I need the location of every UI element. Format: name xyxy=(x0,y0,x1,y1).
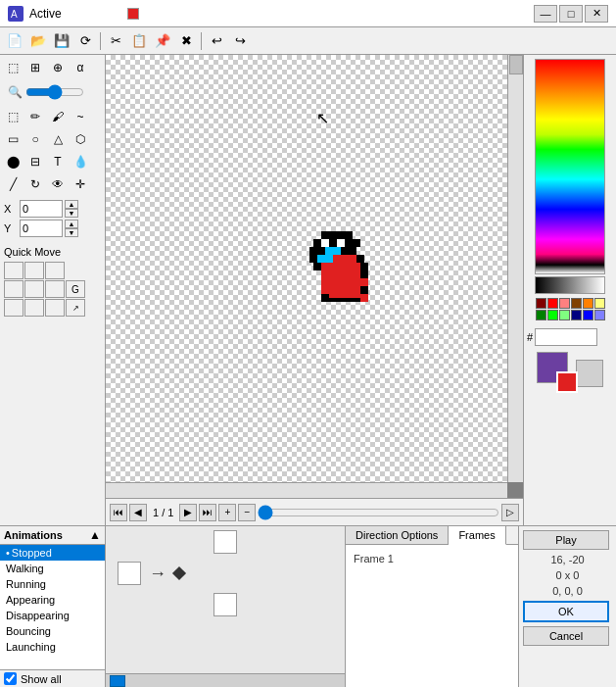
ok-button[interactable]: OK xyxy=(523,601,609,622)
qm-right[interactable] xyxy=(45,280,65,298)
extra-palette[interactable] xyxy=(536,298,605,320)
eyedrop-tool[interactable]: 💧 xyxy=(70,151,91,172)
qm-link[interactable]: ↗ xyxy=(66,299,85,317)
palette-cell[interactable] xyxy=(536,310,546,320)
auto-tool[interactable]: α xyxy=(70,57,91,78)
poly-tool[interactable]: ⬡ xyxy=(70,128,91,150)
frame-slider[interactable] xyxy=(258,506,499,519)
palette-cell[interactable] xyxy=(559,298,570,309)
scrollbar-horizontal[interactable] xyxy=(106,482,507,498)
rotate-tool[interactable]: ↻ xyxy=(24,173,46,195)
select2-tool[interactable]: ⊟ xyxy=(24,151,46,172)
grayscale-strip[interactable] xyxy=(535,276,605,294)
cut-button[interactable]: ✂ xyxy=(105,30,126,52)
cross-tool[interactable]: ✛ xyxy=(70,173,91,195)
palette-cell[interactable] xyxy=(547,298,558,309)
qm-g[interactable]: G xyxy=(66,280,85,298)
frame-strips[interactable]: → xyxy=(106,526,345,673)
tab-direction-options[interactable]: Direction Options xyxy=(346,526,449,544)
line-tool[interactable]: ╱ xyxy=(2,173,24,195)
qm-botright[interactable] xyxy=(45,299,65,317)
zoom-tool[interactable]: 🔍 xyxy=(4,81,25,103)
x-up-button[interactable]: ▲ xyxy=(65,200,78,209)
palette-cell[interactable] xyxy=(571,310,582,320)
animation-item-walking[interactable]: Walking xyxy=(0,561,105,576)
select-grid-tool[interactable]: ⊞ xyxy=(24,57,46,78)
frame-prev-button[interactable]: ◀ xyxy=(129,504,147,521)
paste-button[interactable]: 📌 xyxy=(152,30,173,52)
animation-list-scroll-up[interactable]: ▲ xyxy=(89,528,101,542)
ghost-tool[interactable]: 👁 xyxy=(47,173,69,195)
frame-add-button[interactable]: + xyxy=(218,504,236,521)
cancel-button[interactable]: Cancel xyxy=(523,626,609,646)
copy-button[interactable]: 📋 xyxy=(128,30,150,52)
animation-item-appearing[interactable]: Appearing xyxy=(0,592,105,608)
qm-left[interactable] xyxy=(4,280,24,298)
close-button[interactable]: ✕ xyxy=(585,5,608,23)
zoom-slider[interactable] xyxy=(25,85,84,99)
frame-next-button[interactable]: ▶ xyxy=(179,504,197,521)
animation-item-disappearing[interactable]: Disappearing xyxy=(0,608,105,623)
y-input[interactable]: 0 xyxy=(20,220,63,237)
palette-cell[interactable] xyxy=(571,298,582,309)
frame-remove-button[interactable]: − xyxy=(238,504,256,521)
qm-center[interactable] xyxy=(24,280,44,298)
qm-top[interactable] xyxy=(24,262,44,279)
qm-topleft[interactable] xyxy=(4,262,24,279)
ellipse-tool[interactable]: ○ xyxy=(24,128,46,150)
transform-tool[interactable]: ⊕ xyxy=(47,57,69,78)
animation-item-running[interactable]: Running xyxy=(0,576,105,592)
frame-forward-button[interactable]: ▷ xyxy=(501,504,519,521)
frame-scroll-bar[interactable] xyxy=(106,673,345,687)
palette-cell[interactable] xyxy=(547,310,558,320)
open-button[interactable]: 📂 xyxy=(27,30,49,52)
palette-cell[interactable] xyxy=(583,298,593,309)
scrollbar-vertical[interactable] xyxy=(507,55,523,482)
extra-button[interactable]: ⟳ xyxy=(74,30,96,52)
tab-frames[interactable]: Frames xyxy=(449,526,505,545)
new-button[interactable]: 📄 xyxy=(4,30,25,52)
palette-cell[interactable] xyxy=(583,310,593,320)
qm-botleft[interactable] xyxy=(4,299,24,317)
y-up-button[interactable]: ▲ xyxy=(65,220,78,228)
hex-input[interactable] xyxy=(535,328,597,346)
frame-first-button[interactable]: ⏮ xyxy=(110,504,127,521)
palette-cell[interactable] xyxy=(559,310,570,320)
x-down-button[interactable]: ▼ xyxy=(65,209,78,218)
redo-button[interactable]: ↪ xyxy=(229,30,251,52)
eraser-tool[interactable]: ~ xyxy=(70,106,91,127)
color-gradient[interactable] xyxy=(535,59,605,274)
save-button[interactable]: 💾 xyxy=(51,30,72,52)
animation-list-scroll[interactable]: • Stopped Walking Running Appearing Disa… xyxy=(0,545,105,669)
rect-tool[interactable]: ▭ xyxy=(2,128,24,150)
undo-button[interactable]: ↩ xyxy=(206,30,227,52)
qm-bot[interactable] xyxy=(24,299,44,317)
maximize-button[interactable]: □ xyxy=(559,5,583,23)
foreground-swatch[interactable] xyxy=(556,371,578,393)
animation-item-launching[interactable]: Launching xyxy=(0,639,105,655)
text-tool[interactable]: T xyxy=(47,151,69,172)
animation-item-stopped[interactable]: • Stopped xyxy=(0,545,105,561)
brush-tool[interactable]: 🖌 xyxy=(47,106,69,127)
qm-topright[interactable] xyxy=(45,262,65,279)
frame-scroll-thumb[interactable] xyxy=(110,675,125,687)
animation-item-bouncing[interactable]: Bouncing xyxy=(0,623,105,639)
delete-button[interactable]: ✖ xyxy=(175,30,197,52)
play-button[interactable]: Play xyxy=(523,530,609,550)
fill-tool[interactable]: ⬤ xyxy=(2,151,24,172)
scrollbar-v-thumb[interactable] xyxy=(509,55,523,74)
canvas-scroll-area[interactable]: ↖ xyxy=(106,55,523,498)
rect-select-tool[interactable]: ⬚ xyxy=(2,106,24,127)
select-all-tool[interactable]: ⬚ xyxy=(2,57,24,78)
secondary-swatch[interactable] xyxy=(576,360,603,387)
x-input[interactable]: 0 xyxy=(20,200,63,218)
triangle-tool[interactable]: △ xyxy=(47,128,69,150)
frame-last-button[interactable]: ⏭ xyxy=(199,504,216,521)
y-down-button[interactable]: ▼ xyxy=(65,228,78,237)
canvas-surface[interactable]: ↖ xyxy=(106,55,507,482)
palette-cell[interactable] xyxy=(536,298,546,309)
show-all-checkbox[interactable] xyxy=(4,672,17,685)
palette-cell[interactable] xyxy=(594,298,605,309)
palette-cell[interactable] xyxy=(594,310,605,320)
pencil-tool[interactable]: ✏ xyxy=(24,106,46,127)
